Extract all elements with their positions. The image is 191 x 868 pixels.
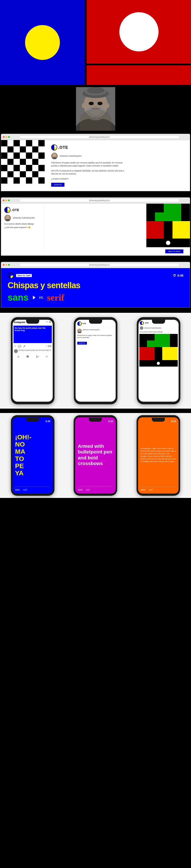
ig-home-icon[interactable]: ⌂ xyxy=(18,354,19,358)
checker-cell xyxy=(26,152,32,159)
checker-cell xyxy=(32,177,38,184)
brand-logo-2: .OTE xyxy=(4,207,41,213)
grid-cell xyxy=(164,221,172,230)
ig-comment-icon[interactable]: 💬 xyxy=(18,345,21,348)
mondrian-divider-horizontal xyxy=(87,64,191,65)
grid-cell xyxy=(181,212,190,221)
pcg-cell xyxy=(139,334,147,340)
ig-icons: ♡ ✈ xyxy=(46,321,51,324)
ig-blue-text: the lazy fox quick jumps over the brown … xyxy=(15,327,51,332)
phone-notch-6 xyxy=(152,418,165,422)
browser-url-1[interactable]: johannesgutenberg.box xyxy=(20,135,180,139)
grid-cell xyxy=(172,204,181,212)
small-white-dot xyxy=(157,362,160,365)
msg-screen: .OTE Johannes Gutenberg Box xyxy=(75,320,116,346)
pcg-cell xyxy=(170,340,178,347)
logo-blue-half-3 xyxy=(8,273,11,278)
mondrian-divider-vertical xyxy=(85,0,87,85)
checker-pattern-1 xyxy=(1,140,45,184)
checker-cell xyxy=(13,140,20,146)
browser-bar-3: johannesgutenberg.box xyxy=(1,262,190,268)
browser-url-3[interactable]: johannesgutenberg.box xyxy=(20,263,180,267)
svg-point-13 xyxy=(53,153,56,157)
profile-row: Johannes Gutenberg Box xyxy=(51,153,183,159)
grid-cell xyxy=(164,230,172,239)
browser-dot-green-2[interactable] xyxy=(8,199,10,201)
grid-cell xyxy=(181,239,190,247)
checker-cell xyxy=(13,159,20,165)
pcg-cell xyxy=(162,360,170,367)
checker-cell xyxy=(7,159,14,165)
checker-cell xyxy=(1,177,7,184)
logo-yellow-quarter xyxy=(54,148,57,150)
sans-serif-tag[interactable]: Sans Vs. Serif xyxy=(16,274,32,277)
pcg-cell xyxy=(139,360,147,367)
pcg-cell xyxy=(162,340,170,347)
message-question: ¿Acepta el desafío? xyxy=(51,178,125,181)
profile-info-2: Johannes Gutenberg Box xyxy=(12,217,35,219)
grid-cell xyxy=(146,204,155,212)
checker-cell xyxy=(38,177,45,184)
grid-cell xyxy=(155,239,164,247)
pcg-cell xyxy=(170,347,178,353)
send-button[interactable]: Senc To Senc xyxy=(165,249,183,253)
mondrian-section xyxy=(0,0,191,85)
orange-labels-row: sans serif xyxy=(141,487,176,491)
ig-share-icon[interactable]: ↗ xyxy=(23,345,25,348)
svg-point-11 xyxy=(106,103,109,108)
logo-icon-3 xyxy=(8,273,14,279)
msg-aceptar-btn[interactable]: ACEPTO xyxy=(77,342,87,345)
blue-serif-label: serif xyxy=(23,489,27,491)
msg-profile: Johannes Gutenberg Box xyxy=(77,329,114,333)
ig-search-icon[interactable]: ⊕ xyxy=(26,354,29,358)
checker-cell xyxy=(20,171,26,178)
logo-icon xyxy=(51,145,57,151)
msg-author: Johannes Gutenberg Box xyxy=(83,329,100,331)
browser-dot-red-2[interactable] xyxy=(3,199,5,201)
phones-row-2: 0:45 ¡OH!-NOMATOPEYA sans serif 0:33 Arm… xyxy=(0,413,191,498)
browser-dot-green[interactable] xyxy=(8,136,10,138)
checker-cell xyxy=(20,159,26,165)
grid-cell xyxy=(155,230,164,239)
logo-yellow-grid xyxy=(142,323,143,324)
browser3-header: Sans Vs. Serif ⏱ 0:45 xyxy=(8,273,183,279)
orange-screen: 0:33 La tipografía, o algo, dos cómos un… xyxy=(138,417,179,494)
logo-yellow-quarter-msg xyxy=(79,324,81,326)
browser-dot-green-3[interactable] xyxy=(8,264,10,266)
checker-cell xyxy=(20,140,26,146)
browser-1: johannesgutenberg.box xyxy=(1,134,190,191)
phone-screen-6: 0:33 La tipografía, o algo, dos cómos un… xyxy=(138,417,179,494)
logo-blue-half-2 xyxy=(5,207,7,213)
browser-dot-yellow[interactable] xyxy=(5,136,7,138)
color-grid xyxy=(146,204,190,247)
profile-row-2: Johannes Gutenberg Box xyxy=(4,215,41,221)
ig-heart-icon[interactable]: ♡ xyxy=(14,345,16,348)
instagram-logo: Instagram xyxy=(14,321,26,323)
grid-cell xyxy=(164,212,172,221)
grid-cell xyxy=(181,230,190,239)
magenta-labels-row: sans serif xyxy=(78,487,113,491)
orange-sans-label: sans xyxy=(141,489,145,491)
yellow-circle xyxy=(25,25,60,60)
checker-cell xyxy=(7,177,14,184)
checker-cell xyxy=(32,140,38,146)
browser-dot-red[interactable] xyxy=(3,136,5,138)
browser-dot-yellow-2[interactable] xyxy=(5,199,7,201)
ig-profile-nav-icon[interactable]: ○ xyxy=(46,354,48,358)
browser-url-2[interactable]: johannesgutenberg.box xyxy=(20,199,180,202)
mondrian-right-panel xyxy=(87,0,191,85)
aceptar-button[interactable]: ACEPTO xyxy=(51,183,64,187)
checker-cell xyxy=(26,159,32,165)
pcg-cell xyxy=(147,360,155,367)
browser-dot-red-3[interactable] xyxy=(3,264,5,266)
pcg-cell xyxy=(170,360,178,367)
msg-profile-pic xyxy=(77,329,82,333)
checker-cell xyxy=(26,146,32,153)
browser2-right-panel: Senc To Senc xyxy=(45,204,190,255)
browser-dot-yellow-3[interactable] xyxy=(5,264,7,266)
checker-cell xyxy=(20,177,26,184)
send-btn-area: Senc To Senc xyxy=(45,247,190,255)
logo-blue-half-msg xyxy=(78,322,79,326)
ig-reel-icon[interactable]: ▷ xyxy=(36,354,39,358)
logo-blue-half xyxy=(52,145,54,150)
